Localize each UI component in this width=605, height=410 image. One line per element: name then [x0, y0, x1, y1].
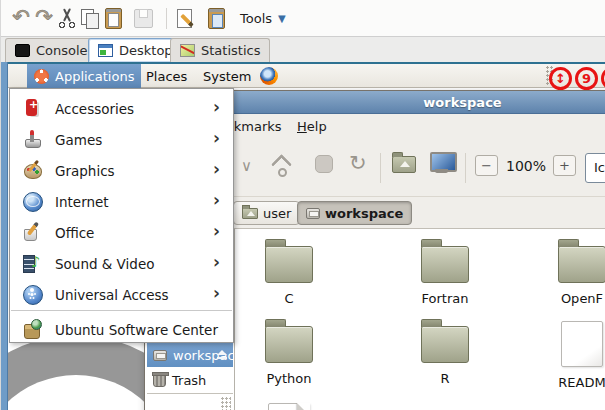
- back-button[interactable]: ↶: [9, 6, 33, 31]
- games-icon: [21, 128, 43, 150]
- path-user-label: user: [263, 206, 291, 221]
- file-item-r[interactable]: R: [370, 326, 520, 386]
- menu-help[interactable]: Help: [297, 119, 327, 134]
- annotation-circle-9: 9: [575, 67, 598, 90]
- graphics-icon: [21, 159, 43, 181]
- save-icon[interactable]: [131, 6, 155, 31]
- software-center-icon: [21, 318, 43, 340]
- menu-item-ubuntu-software-center[interactable]: Ubuntu Software Center: [11, 314, 232, 345]
- computer-icon[interactable]: [429, 152, 455, 176]
- desktop-icon: [98, 44, 113, 57]
- paste-icon[interactable]: [101, 6, 125, 31]
- trash-icon: [153, 374, 166, 387]
- submenu-arrow-icon: ›: [213, 252, 220, 272]
- menu-item-internet[interactable]: Internet ›: [11, 186, 232, 217]
- tab-desktop[interactable]: Desktop: [88, 38, 183, 62]
- back-icon: ↶: [9, 6, 33, 29]
- path-workspace-label: workspace: [325, 206, 403, 221]
- folder-icon: [558, 246, 605, 283]
- submenu-arrow-icon: ›: [213, 128, 220, 148]
- reload-icon[interactable]: ↻: [349, 151, 367, 175]
- toolbar-separator: [166, 8, 167, 29]
- ubuntu-logo-icon: [34, 69, 49, 84]
- zoom-level: 100%: [501, 158, 551, 174]
- places-menu-label: Places: [146, 69, 187, 84]
- file-name: R: [440, 371, 449, 386]
- tools-menu-label: Tools: [240, 11, 272, 26]
- applications-menu: Accessories › Games › Graphics › Interne…: [9, 88, 234, 343]
- zoom-in-button[interactable]: +: [553, 155, 576, 176]
- applications-menu-label: Applications: [55, 69, 134, 84]
- panel-menu-places[interactable]: Places: [139, 64, 194, 88]
- menu-item-sound-video[interactable]: Sound & Video ›: [11, 248, 232, 279]
- path-button-user[interactable]: user: [233, 201, 300, 225]
- path-button-workspace[interactable]: workspace: [297, 201, 412, 225]
- submenu-arrow-icon: ›: [213, 159, 220, 179]
- file-name: Python: [266, 371, 311, 386]
- file-item-openf[interactable]: OpenF: [507, 246, 605, 306]
- menu-item-office[interactable]: Office ›: [11, 217, 232, 248]
- file-name: C: [284, 291, 293, 306]
- forward-button[interactable]: ↷: [32, 6, 56, 31]
- app-toolbar: ↶ ↷ Tools ▼: [1, 0, 605, 37]
- submenu-arrow-icon: ›: [213, 190, 220, 210]
- system-menu-label: System: [203, 69, 251, 84]
- universal-access-icon: [21, 283, 43, 305]
- firefox-icon[interactable]: [260, 67, 278, 85]
- panel-menu-applications[interactable]: Applications: [27, 64, 141, 88]
- file-name: OpenF: [561, 291, 603, 306]
- tab-desktop-label: Desktop: [119, 43, 173, 58]
- tab-console[interactable]: Console: [5, 38, 98, 62]
- toolbar-separator: [465, 153, 466, 183]
- tab-statistics-label: Statistics: [201, 43, 260, 58]
- file-item-c[interactable]: C: [214, 246, 364, 306]
- edit-page-icon[interactable]: [174, 6, 198, 31]
- gnome-panel: Applications Places System Accessories ›: [8, 64, 605, 88]
- folder-icon: [265, 246, 313, 283]
- window-title: workspace: [423, 95, 501, 110]
- panel-menu-system[interactable]: System: [196, 64, 258, 88]
- go-up-icon[interactable]: [269, 151, 293, 177]
- tab-console-label: Console: [36, 43, 88, 58]
- menu-item-graphics[interactable]: Graphics ›: [11, 155, 232, 186]
- sound-video-icon: [21, 252, 43, 274]
- file-icon: [268, 403, 310, 410]
- desktop-edge-strip: [1, 62, 8, 410]
- file-item-fortran[interactable]: Fortran: [370, 246, 520, 306]
- screenshot-root: ↶ ↷ Tools ▼ Console Desktop Statistics: [0, 0, 605, 410]
- folder-icon: [421, 246, 469, 283]
- menu-item-games[interactable]: Games ›: [11, 124, 232, 155]
- internet-icon: [21, 190, 43, 212]
- stop-icon[interactable]: [315, 155, 333, 173]
- statistics-icon: [180, 44, 195, 57]
- remote-desktop-view: workspace Bookmarks Help ∨ ↻ − 100% + Ic…: [1, 62, 605, 410]
- zoom-out-button[interactable]: −: [475, 155, 498, 176]
- submenu-arrow-icon: ›: [213, 283, 220, 303]
- cut-icon[interactable]: [55, 6, 79, 31]
- file-name: READM: [558, 375, 605, 390]
- volume-icon: [153, 350, 167, 361]
- copy-icon[interactable]: [78, 6, 102, 31]
- file-name: Fortran: [422, 291, 469, 306]
- menu-separator: [11, 310, 232, 311]
- tools-menu-button[interactable]: Tools ▼: [234, 5, 292, 32]
- file-icon: [561, 321, 603, 367]
- file-item-python[interactable]: Python: [214, 326, 364, 386]
- forward-dropdown-caret-icon[interactable]: ∨: [241, 157, 252, 175]
- submenu-arrow-icon: ›: [213, 97, 220, 117]
- home-icon[interactable]: [392, 156, 416, 173]
- file-item-partial[interactable]: [214, 403, 364, 410]
- annotation-updown-glyph: ↕: [555, 71, 566, 86]
- dropdown-caret-icon: ▼: [278, 13, 286, 24]
- console-icon: [15, 44, 30, 57]
- menu-item-accessories[interactable]: Accessories ›: [11, 93, 232, 124]
- tab-statistics[interactable]: Statistics: [170, 38, 270, 62]
- home-folder-icon: [242, 208, 258, 219]
- file-item-readm[interactable]: READM: [507, 321, 605, 390]
- sidebar-trash-label: Trash: [172, 373, 206, 388]
- submenu-arrow-icon: ›: [213, 221, 220, 241]
- menu-item-universal-access[interactable]: Universal Access ›: [11, 279, 232, 310]
- view-mode-dropdown[interactable]: Icon View: [585, 153, 605, 183]
- paste-page-icon[interactable]: [204, 6, 228, 31]
- folder-icon: [265, 326, 313, 363]
